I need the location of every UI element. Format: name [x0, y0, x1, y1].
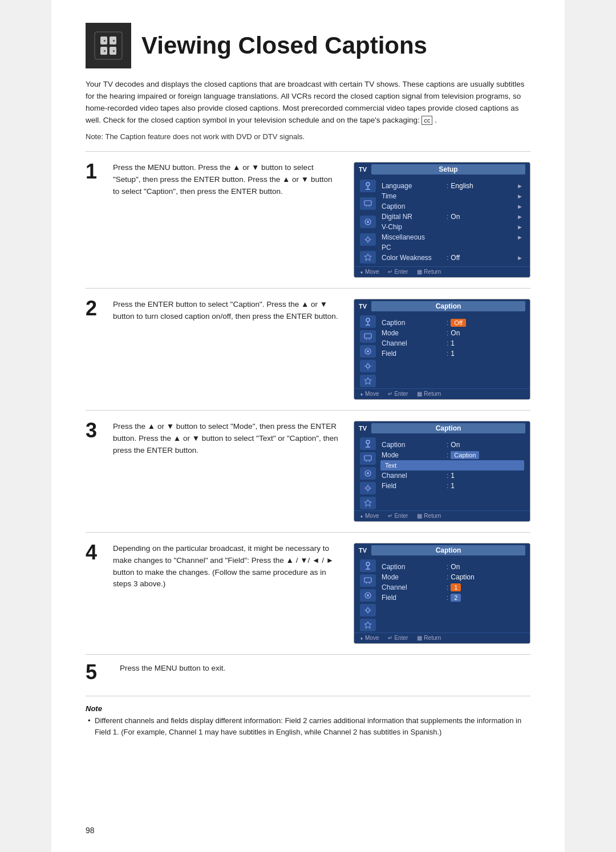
- tv-row-label: V-Chip: [382, 223, 444, 231]
- tv-row-label: Time: [382, 192, 444, 200]
- tv-row-value: Off: [451, 319, 465, 327]
- svg-point-26: [367, 350, 369, 352]
- tv-menu-row: Field:2: [380, 593, 524, 603]
- tv-row-label: Caption: [382, 202, 444, 210]
- tv-panel: TVCaptionCaption:OffMode:OnChannel:1Fiel…: [354, 299, 530, 400]
- step-5-section: 5 Press the MENU button to exit.: [86, 654, 530, 690]
- svg-marker-18: [364, 254, 371, 261]
- tv-row-label: Channel: [382, 583, 444, 591]
- svg-point-19: [366, 318, 370, 322]
- tv-menu-rows: Caption:OffMode:OnChannel:1Field:1: [380, 315, 524, 387]
- page-header: Viewing Closed Captions: [86, 23, 530, 68]
- tv-row-label: Caption: [382, 319, 444, 327]
- step-2-text: Press the ENTER button to select "Captio…: [113, 299, 340, 323]
- step-5-number: 5: [86, 660, 106, 684]
- step-4-text: Depending on the particular broadcast, i…: [113, 543, 340, 591]
- tv-row-sep: :: [447, 350, 448, 358]
- tv-panel-footer: ⬧Move↵Enter▦Return: [354, 388, 530, 399]
- tv-menu-row: Mode:Caption: [380, 572, 524, 582]
- tv-row-value: 2: [451, 594, 461, 602]
- step-2-number: 2: [86, 297, 106, 320]
- tv-menu-icon: [360, 604, 376, 616]
- tv-label: TV: [359, 166, 367, 173]
- tv-footer-icon: ▦: [417, 391, 422, 397]
- tv-footer-label: Enter: [394, 391, 408, 397]
- tv-row-value: On: [451, 563, 460, 571]
- step-4-number: 4: [86, 541, 106, 565]
- tv-row-label: Digital NR: [382, 213, 444, 221]
- tv-menu-row: Caption:On: [380, 440, 524, 450]
- tv-row-value: Caption: [451, 573, 474, 581]
- tv-menu-row: V-Chip►: [380, 222, 524, 232]
- svg-marker-28: [364, 378, 371, 384]
- tv-row-sep: :: [447, 254, 448, 262]
- tv-row-sep: :: [447, 563, 448, 571]
- tv-row-arrow: ►: [517, 213, 523, 220]
- tv-menu-row: Mode:Caption: [380, 450, 524, 460]
- tv-row-arrow: ►: [517, 203, 523, 210]
- step-1-section: 1Press the MENU button. Press the ▲ or ▼…: [86, 151, 530, 288]
- step-2-section: 2Press the ENTER button to select "Capti…: [86, 288, 530, 410]
- note-bullet: Different channels and fields display di…: [86, 715, 530, 738]
- tv-menu-icon: [360, 559, 376, 572]
- tv-row-arrow: ►: [517, 224, 523, 230]
- tv-menu-rows: Caption:OnMode:CaptionTextChannel:1Field…: [380, 437, 524, 509]
- tv-row-sep: :: [447, 329, 448, 337]
- tv-footer-item: ⬧Move: [360, 635, 379, 641]
- svg-rect-6: [113, 40, 115, 42]
- tv-menu-rows: Caption:OnMode:CaptionChannel:1Field:2: [380, 559, 524, 631]
- tv-menu-icon: [360, 497, 376, 509]
- svg-rect-0: [95, 32, 122, 59]
- tv-menu-row: PC: [380, 242, 524, 253]
- svg-rect-12: [364, 201, 371, 205]
- tv-panel-body: Caption:OnMode:CaptionTextChannel:1Field…: [354, 435, 530, 510]
- tv-panel-title: Setup: [371, 164, 525, 175]
- tv-panel-header: TVCaption: [354, 421, 530, 435]
- tv-panel-body: Caption:OnMode:CaptionChannel:1Field:2: [354, 557, 530, 632]
- tv-panel-body: Caption:OffMode:OnChannel:1Field:1: [354, 313, 530, 388]
- svg-marker-48: [364, 622, 371, 628]
- tv-menu-icon: [360, 180, 376, 192]
- tv-row-value: English: [451, 182, 473, 190]
- tv-label: TV: [359, 303, 367, 310]
- tv-footer-item: ↵Enter: [388, 513, 408, 519]
- tv-row-label: Mode: [382, 573, 444, 581]
- tv-panel-header: TVCaption: [354, 543, 530, 557]
- tv-row-label: Miscellaneous: [382, 233, 444, 241]
- tv-menu-row: Mode:On: [380, 328, 524, 338]
- tv-footer-label: Move: [365, 513, 379, 519]
- svg-point-46: [367, 594, 369, 597]
- tv-footer-item: ⬧Move: [360, 513, 379, 519]
- tv-menu-row: Time►: [380, 191, 524, 201]
- tv-footer-item: ▦Return: [417, 391, 441, 397]
- tv-panel: TVCaptionCaption:OnMode:CaptionTextChann…: [354, 421, 530, 522]
- tv-row-label: Language: [382, 182, 444, 190]
- tv-menu-icon: [360, 467, 376, 480]
- svg-point-37: [366, 486, 370, 490]
- tv-row-arrow: ►: [517, 234, 523, 241]
- tv-row-label: Mode: [382, 451, 444, 459]
- tv-footer-icon: ↵: [388, 391, 392, 397]
- tv-row-sep: :: [447, 583, 448, 591]
- tv-row-value: On: [451, 213, 460, 221]
- tv-menu-icon: [360, 619, 376, 631]
- tv-panel: TVCaptionCaption:OnMode:CaptionChannel:1…: [354, 543, 530, 644]
- tv-menu-icon: [360, 330, 376, 343]
- tv-menu-row: Text: [380, 460, 524, 470]
- tv-icons-column: [360, 178, 377, 265]
- tv-menu-row: Miscellaneous►: [380, 232, 524, 242]
- tv-menu-icon: [360, 233, 376, 246]
- step-1-number: 1: [86, 160, 106, 184]
- tv-menu-row: Channel:1: [380, 582, 524, 593]
- tv-panel-title: Caption: [371, 545, 525, 555]
- tv-footer-icon: ↵: [388, 269, 392, 275]
- tv-row-sep: :: [447, 441, 448, 449]
- tv-menu-icon: [360, 574, 376, 587]
- step-3-section: 3Press the ▲ or ▼ button to select "Mode…: [86, 410, 530, 532]
- tv-row-sep: :: [447, 594, 448, 602]
- tv-row-arrow: ►: [517, 182, 523, 189]
- step-3-text: Press the ▲ or ▼ button to select "Mode"…: [113, 421, 340, 457]
- page: Viewing Closed Captions Your TV decodes …: [51, 0, 565, 852]
- tv-footer-item: ↵Enter: [388, 391, 408, 397]
- tv-menu-row: Field:1: [380, 348, 524, 359]
